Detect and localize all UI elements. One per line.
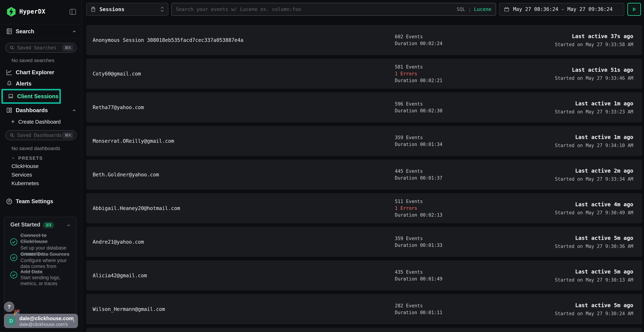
app-title: HyperDX	[19, 8, 46, 15]
session-row[interactable]: Coty60@gmail.com 581 Events 1 Errors Dur…	[86, 59, 642, 89]
preset-item-clickhouse[interactable]: ClickHouse	[12, 163, 72, 171]
sidebar-item-team-settings[interactable]: Team Settings	[0, 196, 82, 206]
gear-icon	[6, 198, 13, 205]
session-last-active: Last active 37s ago	[555, 33, 633, 39]
get-started-item-subtitle: Start sending logs, metrics, or traces	[20, 275, 74, 286]
saved-dashboards-field[interactable]	[17, 132, 62, 138]
get-started-title: Get Started	[10, 222, 40, 228]
sidebar-item-search[interactable]: Search	[0, 24, 82, 38]
get-started-item-title[interactable]: Create Data Sources	[20, 251, 74, 257]
sidebar-item-chart-explorer[interactable]: Chart Explorer	[0, 67, 82, 78]
session-name: Alicia42@gmail.com	[93, 272, 147, 278]
bell-icon	[6, 80, 13, 87]
chevron-up-icon[interactable]	[66, 223, 71, 228]
sql-mode-button[interactable]: SQL	[456, 6, 465, 12]
session-name: Coty60@gmail.com	[93, 71, 141, 77]
sidebar-item-label: Search	[16, 28, 34, 35]
shortcut-badge: ⌘K	[62, 132, 74, 139]
session-events: 359 Events	[395, 235, 442, 242]
session-events: 359 Events	[395, 134, 442, 141]
run-query-button[interactable]	[627, 3, 641, 16]
session-started: Started on May 27 9:30:13 AM	[555, 277, 633, 283]
session-list: Anonymous Session 308018eb535facd7cec337…	[86, 25, 642, 332]
session-name: Retha77@yahoo.com	[93, 104, 144, 110]
session-started: Started on May 27 9:33:23 AM	[555, 109, 633, 114]
time-range-picker[interactable]: May 27 08:36:24 - May 27 09:36:24	[499, 3, 624, 16]
session-last-active: Last active 2m ago	[555, 168, 633, 174]
presets-label: PRESETS	[18, 156, 43, 161]
laptop-icon	[8, 93, 14, 100]
preset-item-services[interactable]: Services	[12, 172, 72, 180]
session-duration: Duration 00:01:49	[395, 276, 442, 282]
no-saved-dashboards-text: No saved dashboards	[12, 146, 60, 151]
sidebar-item-alerts[interactable]: Alerts	[0, 78, 82, 89]
session-row[interactable]: Alicia42@gmail.com 435 Events Duration 0…	[86, 260, 642, 290]
session-last-active: Last active 1m ago	[555, 134, 633, 140]
sidebar-item-client-sessions[interactable]: Client Sessions	[2, 89, 61, 104]
session-events: 581 Events	[395, 64, 442, 70]
session-name: Wilson_Hermann@gmail.com	[93, 306, 165, 312]
session-started: Started on May 27 9:33:46 AM	[555, 76, 633, 81]
session-last-active: Last active 5m ago	[555, 268, 633, 275]
chevron-right-icon	[71, 318, 76, 324]
get-started-card: Get Started 3/3 Connect to ClickHouse Se…	[4, 217, 76, 322]
session-errors: 1 Errors	[395, 205, 442, 212]
calendar-icon	[504, 6, 510, 12]
get-started-item-title[interactable]: Connect to ClickHouse	[20, 232, 74, 244]
select-carets-icon	[160, 6, 164, 12]
session-row[interactable]: Retha77@yahoo.com 596 Events Duration 00…	[86, 92, 642, 122]
dashboards-icon	[6, 107, 13, 114]
search-icon	[9, 45, 15, 50]
plus-icon: +	[11, 118, 15, 125]
sidebar-item-dashboards[interactable]: Dashboards	[0, 105, 82, 119]
session-started: Started on May 27 9:33:34 AM	[555, 176, 633, 182]
user-email: dale@clickhouse.com	[19, 316, 74, 322]
session-duration: Duration 00:01:33	[395, 242, 442, 249]
saved-searches-field[interactable]	[17, 45, 62, 50]
collapse-sidebar-icon[interactable]	[69, 8, 77, 16]
saved-dashboards-input[interactable]: ⌘K	[5, 130, 76, 140]
source-selector[interactable]: Sessions	[86, 3, 168, 16]
session-row[interactable]: Andre21@yahoo.com 359 Events Duration 00…	[86, 227, 642, 257]
create-dashboard-button[interactable]: + Create Dashboard	[0, 118, 82, 126]
sidebar-item-label: Chart Explorer	[16, 69, 54, 76]
sidebar-item-label: Alerts	[16, 80, 32, 87]
session-name: Monserrat.OReilly@gmail.com	[93, 138, 174, 144]
session-row-partial[interactable]	[86, 328, 642, 332]
session-errors: 1 Errors	[395, 70, 442, 77]
session-row[interactable]: Monserrat.OReilly@gmail.com 359 Events D…	[86, 126, 642, 156]
session-row[interactable]: Beth.Goldner@yahoo.com 445 Events Durati…	[86, 160, 642, 190]
sidebar-item-label: Dashboards	[16, 107, 48, 114]
preset-item-kubernetes[interactable]: Kubernetes	[12, 180, 72, 188]
session-name: Abbigail.Heaney20@hotmail.com	[93, 205, 180, 211]
session-name: Anonymous Session 308018eb535facd7cec337…	[93, 37, 244, 43]
create-dashboard-label: Create Dashboard	[18, 119, 61, 125]
lucene-mode-button[interactable]: Lucene	[474, 6, 492, 12]
session-events: 282 Events	[395, 302, 442, 309]
source-selector-value: Sessions	[100, 6, 124, 12]
session-events: 602 Events	[395, 33, 442, 40]
session-duration: Duration 00:01:37	[395, 174, 442, 182]
event-search-input[interactable]	[176, 6, 456, 12]
session-duration: Duration 00:02:30	[395, 107, 442, 114]
session-started: Started on May 27 9:30:49 AM	[555, 210, 633, 215]
sidebar-item-label: Team Settings	[16, 198, 53, 205]
session-row[interactable]: Wilson_Hermann@gmail.com 282 Events Dura…	[86, 294, 642, 324]
check-circle-icon	[10, 254, 18, 262]
session-row[interactable]: Abbigail.Heaney20@hotmail.com 511 Events…	[86, 193, 642, 223]
get-started-item-title[interactable]: Add Data	[20, 269, 74, 275]
topbar: Sessions SQL | Lucene May 27 08:36:24 - …	[82, 0, 644, 18]
user-menu[interactable]: D dale@clickhouse.com dale@clickhouse.co…	[4, 314, 78, 328]
help-button[interactable]: ?	[4, 302, 14, 312]
session-row[interactable]: Anonymous Session 308018eb535facd7cec337…	[86, 25, 642, 55]
hyperdx-logo-icon	[6, 7, 16, 17]
session-started: Started on May 27 9:34:10 AM	[555, 143, 633, 148]
session-duration: Duration 00:02:24	[395, 40, 442, 47]
user-subtitle: dale@clickhouse.com's	[19, 322, 68, 327]
chevron-up-icon	[72, 108, 77, 113]
presets-toggle[interactable]: PRESETS	[0, 154, 82, 162]
event-search-bar[interactable]: SQL | Lucene	[172, 3, 496, 16]
get-started-item-subtitle: Configure where your data comes from	[20, 258, 74, 270]
no-saved-searches-text: No saved searches	[12, 58, 54, 63]
saved-searches-input[interactable]: ⌘K	[5, 43, 76, 53]
